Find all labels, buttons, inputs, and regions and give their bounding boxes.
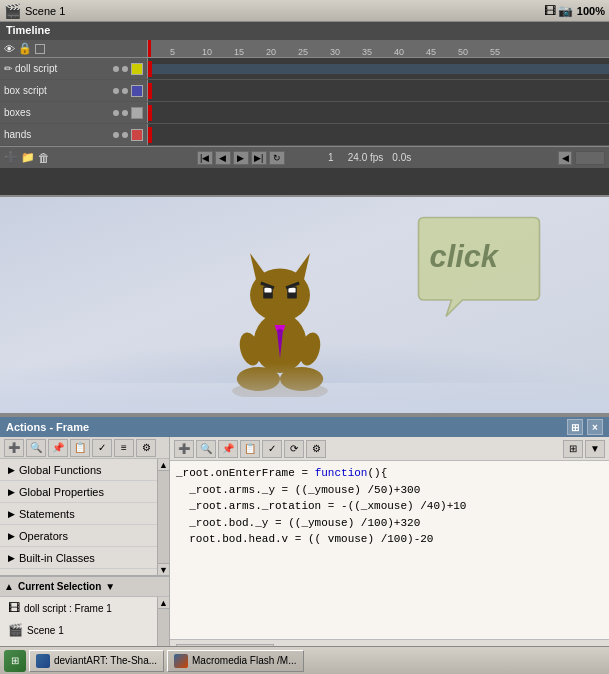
- scene-icon: 🎬: [8, 623, 23, 637]
- scroll-up-btn[interactable]: ▲: [158, 459, 169, 471]
- ruler-55: 55: [490, 47, 500, 57]
- code-add-btn[interactable]: ➕: [174, 440, 194, 458]
- svg-marker-9: [294, 253, 310, 279]
- code-area[interactable]: _root.onEnterFrame = function(){ _root.a…: [170, 461, 609, 639]
- left-list-scrollbar[interactable]: ▲ ▼: [157, 459, 169, 575]
- action-operators[interactable]: ▶ Operators: [0, 525, 169, 547]
- layer-color-box: [131, 85, 143, 97]
- eye-icon[interactable]: 👁: [4, 43, 15, 55]
- tl-nav-btns: |◀ ◀ ▶ ▶| ↻: [197, 151, 285, 165]
- playhead: [148, 40, 151, 57]
- taskbar-item-da[interactable]: deviantART: The-Sha...: [29, 650, 164, 672]
- taskbar: ⊞ deviantART: The-Sha... Macromedia Flas…: [0, 646, 609, 674]
- action-builtin-classes[interactable]: ▶ Built-in Classes: [0, 547, 169, 569]
- action-statements[interactable]: ▶ Statements: [0, 503, 169, 525]
- stage-fog: [0, 363, 609, 413]
- fps-display: 24.0 fps: [348, 152, 384, 163]
- scroll2-up-btn[interactable]: ▲: [158, 597, 169, 609]
- action-view-btn[interactable]: 📋: [70, 439, 90, 457]
- actions-expand-btn[interactable]: ⊞: [567, 419, 583, 435]
- code-line-3: _root.arms._rotation = -((_xmouse) /40)+…: [176, 498, 603, 515]
- action-check-btn[interactable]: ✓: [92, 439, 112, 457]
- da-label: deviantART: The-Sha...: [54, 655, 157, 666]
- code-insert-btn[interactable]: 📌: [218, 440, 238, 458]
- action-pin-btn[interactable]: 📌: [48, 439, 68, 457]
- zoom-icon: 🎞: [544, 4, 556, 18]
- actions-panel: Actions - Frame ⊞ × ➕ 🔍 📌 📋 ✓ ≡ ⚙ ▶: [0, 415, 609, 665]
- cs-arrow-down[interactable]: ▼: [105, 581, 115, 592]
- action-arrow-bc: ▶: [8, 553, 15, 563]
- layer-color-doll: [131, 63, 143, 75]
- code-auto-btn[interactable]: ⟳: [284, 440, 304, 458]
- delete-icon[interactable]: 🗑: [38, 151, 50, 165]
- svg-marker-8: [250, 253, 266, 279]
- track-fill-doll: [152, 64, 609, 74]
- taskbar-item-flash[interactable]: Macromedia Flash /M...: [167, 650, 303, 672]
- keyframe-boxes: [148, 105, 152, 121]
- zoom-level: 100%: [577, 5, 605, 17]
- action-arrow-st: ▶: [8, 509, 15, 519]
- dot3: [113, 88, 119, 94]
- code-debug-btn[interactable]: ⚙: [306, 440, 326, 458]
- folder-icon[interactable]: 📁: [21, 151, 35, 164]
- code-line-2: _root.arms._y = ((_ymouse) /50)+300: [176, 482, 603, 499]
- cs-arrow-up[interactable]: ▲: [4, 581, 14, 592]
- ruler-45: 45: [426, 47, 436, 57]
- action-add-btn[interactable]: ➕: [4, 439, 24, 457]
- action-global-properties[interactable]: ▶ Global Properties: [0, 481, 169, 503]
- layer-name-hands: hands: [4, 129, 31, 140]
- action-label-st: Statements: [19, 508, 75, 520]
- tl-btn-play[interactable]: ▶: [233, 151, 249, 165]
- code-toolbar: ➕ 🔍 📌 📋 ✓ ⟳ ⚙ ⊞ ▼: [170, 437, 609, 461]
- tl-scroll-bar[interactable]: [575, 151, 605, 165]
- scene-item: 🎬 Scene 1: [0, 619, 169, 641]
- dot4: [122, 88, 128, 94]
- start-icon: ⊞: [4, 650, 26, 672]
- tl-btn-next[interactable]: ▶|: [251, 151, 267, 165]
- layer-color-boxes: [131, 107, 143, 119]
- ruler-40: 40: [394, 47, 404, 57]
- code-options-btn[interactable]: 📋: [240, 440, 260, 458]
- code-line-4: _root.bod._y = ((_ymouse) /100)+320: [176, 515, 603, 532]
- layer-name-box-script: box script: [4, 85, 47, 96]
- code-more-btn[interactable]: ▼: [585, 440, 605, 458]
- keyframe-hands: [148, 127, 152, 143]
- tl-scroll-left[interactable]: ◀: [558, 151, 572, 165]
- current-sel-label: doll script : Frame 1: [24, 603, 112, 614]
- action-list-btn[interactable]: ≡: [114, 439, 134, 457]
- dot8: [122, 132, 128, 138]
- add-layer-icon[interactable]: ➕: [4, 151, 18, 164]
- lock-icon[interactable]: 🔒: [18, 42, 32, 55]
- tl-btn-start[interactable]: |◀: [197, 151, 213, 165]
- layer-color-hands: [131, 129, 143, 141]
- code-expand-btn[interactable]: ⊞: [563, 440, 583, 458]
- code-find-btn[interactable]: 🔍: [196, 440, 216, 458]
- time-display: 0.0s: [392, 152, 411, 163]
- ruler-20: 20: [266, 47, 276, 57]
- ruler-25: 25: [298, 47, 308, 57]
- da-icon: [36, 654, 50, 668]
- layer-row-box-script: box script: [0, 80, 609, 102]
- action-arrow-gf: ▶: [8, 465, 15, 475]
- tl-btn-loop[interactable]: ↻: [269, 151, 285, 165]
- actions-close-btn[interactable]: ×: [587, 419, 603, 435]
- code-line-1: _root.onEnterFrame = function(){: [176, 465, 603, 482]
- current-selection-header: ▲ Current Selection ▼: [0, 577, 169, 597]
- speech-bubble: click: [404, 212, 554, 322]
- timeline-controls: ➕ 📁 🗑 |◀ ◀ ▶ ▶| ↻ 1 24.0 fps 0.0s ◀: [0, 146, 609, 168]
- flash-icon: [174, 654, 188, 668]
- ruler-35: 35: [362, 47, 372, 57]
- action-global-functions[interactable]: ▶ Global Functions: [0, 459, 169, 481]
- action-search-btn[interactable]: 🔍: [26, 439, 46, 457]
- layer-row-boxes: boxes: [0, 102, 609, 124]
- scroll-down-btn[interactable]: ▼: [158, 563, 169, 575]
- title-icon: 🎬: [4, 3, 21, 19]
- layer-row-doll: ✏ doll script: [0, 58, 609, 80]
- ruler-50: 50: [458, 47, 468, 57]
- flash-label: Macromedia Flash /M...: [192, 655, 296, 666]
- code-check-btn[interactable]: ✓: [262, 440, 282, 458]
- frame-number: 1: [321, 152, 341, 163]
- tl-btn-prev[interactable]: ◀: [215, 151, 231, 165]
- timeline-label: Timeline: [6, 24, 50, 36]
- action-debug-btn[interactable]: ⚙: [136, 439, 156, 457]
